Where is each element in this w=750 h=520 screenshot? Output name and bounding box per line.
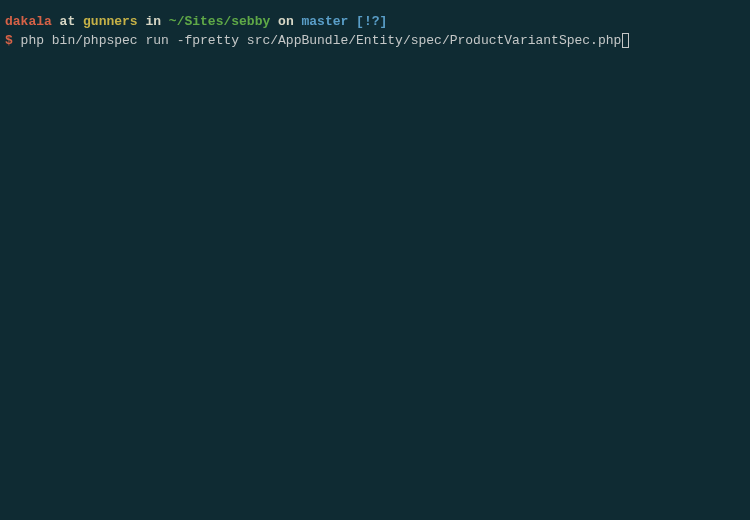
prompt-in: in	[138, 14, 169, 29]
cursor-icon	[622, 33, 629, 48]
prompt-path: ~/Sites/sebby	[169, 14, 270, 29]
prompt-line: dakala at gunners in ~/Sites/sebby on ma…	[5, 12, 750, 31]
prompt-symbol: $	[5, 33, 13, 48]
prompt-git-status: [!?]	[348, 14, 387, 29]
prompt-at: at	[52, 14, 83, 29]
prompt-host: gunners	[83, 14, 138, 29]
command-text: php bin/phpspec run -fpretty src/AppBund…	[13, 33, 622, 48]
prompt-user: dakala	[5, 14, 52, 29]
prompt-on: on	[270, 14, 301, 29]
prompt-branch: master	[302, 14, 349, 29]
command-line[interactable]: $ php bin/phpspec run -fpretty src/AppBu…	[5, 31, 750, 50]
